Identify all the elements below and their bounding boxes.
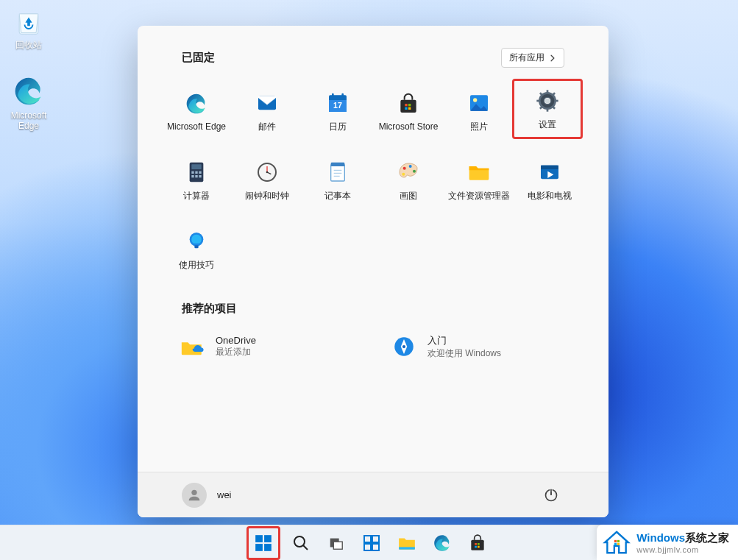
compass-icon bbox=[391, 333, 417, 360]
recommended-title: 推荐的项目 bbox=[182, 302, 237, 316]
start-menu: 已固定 所有应用 Microsoft Edge bbox=[138, 26, 609, 517]
pinned-grid: Microsoft Edge 邮件 bbox=[161, 81, 585, 280]
svg-rect-5 bbox=[341, 93, 344, 96]
all-apps-button[interactable]: 所有应用 bbox=[501, 48, 564, 68]
svg-rect-18 bbox=[536, 99, 540, 102]
edge-icon bbox=[11, 74, 46, 109]
recommended-item-sub: 欢迎使用 Windows bbox=[427, 347, 501, 360]
app-tile-edge[interactable]: Microsoft Edge bbox=[161, 81, 232, 141]
svg-point-62 bbox=[294, 536, 305, 547]
desktop-icon-edge[interactable]: Microsoft Edge bbox=[1, 74, 56, 131]
svg-rect-50 bbox=[194, 245, 198, 248]
clock-icon bbox=[254, 159, 280, 185]
app-tile-clock[interactable]: 闹钟和时钟 bbox=[232, 150, 302, 210]
svg-point-45 bbox=[413, 169, 416, 172]
store-icon bbox=[468, 534, 487, 553]
app-tile-settings[interactable]: 设置 bbox=[512, 79, 583, 139]
svg-rect-77 bbox=[617, 540, 620, 542]
calculator-icon bbox=[183, 159, 210, 185]
desktop-icon-recycle-bin[interactable]: 回收站 bbox=[1, 3, 56, 50]
recommended-item-sub: 最近添加 bbox=[216, 346, 256, 358]
photos-icon bbox=[466, 90, 492, 116]
taskbar-search-button[interactable] bbox=[286, 528, 316, 558]
app-tile-calendar[interactable]: 17 日历 bbox=[302, 81, 373, 141]
app-tile-file-explorer[interactable]: 文件资源管理器 bbox=[444, 150, 514, 210]
watermark-house-icon bbox=[603, 528, 631, 556]
svg-rect-61 bbox=[264, 544, 272, 551]
movies-icon bbox=[536, 159, 563, 185]
app-tile-label: 记事本 bbox=[324, 190, 351, 202]
mail-icon bbox=[254, 90, 280, 116]
avatar bbox=[182, 483, 207, 508]
svg-rect-29 bbox=[195, 171, 197, 173]
watermark-url: www.bjjmlv.com bbox=[636, 545, 729, 554]
svg-rect-10 bbox=[405, 107, 407, 110]
app-tile-photos[interactable]: 照片 bbox=[444, 81, 514, 141]
svg-rect-19 bbox=[554, 99, 558, 102]
pinned-header: 已固定 所有应用 bbox=[161, 48, 585, 68]
start-menu-body: 已固定 所有应用 Microsoft Edge bbox=[138, 26, 609, 472]
taskbar-file-explorer-button[interactable] bbox=[392, 528, 422, 558]
svg-rect-8 bbox=[405, 104, 407, 106]
svg-rect-17 bbox=[547, 107, 549, 111]
power-button[interactable] bbox=[538, 482, 564, 508]
svg-rect-7 bbox=[400, 100, 416, 113]
svg-rect-72 bbox=[475, 543, 477, 545]
recommended-item-get-started[interactable]: 入门 欢迎使用 Windows bbox=[388, 329, 570, 364]
app-tile-tips[interactable]: 使用技巧 bbox=[161, 219, 232, 280]
app-tile-label: 照片 bbox=[470, 121, 488, 133]
svg-rect-31 bbox=[191, 175, 194, 177]
notepad-icon bbox=[324, 159, 351, 185]
svg-rect-58 bbox=[255, 535, 263, 542]
svg-rect-39 bbox=[331, 162, 345, 166]
windows-logo-icon bbox=[254, 534, 273, 553]
app-tile-label: Microsoft Store bbox=[379, 121, 439, 132]
svg-point-44 bbox=[409, 165, 412, 168]
calendar-icon: 17 bbox=[324, 90, 351, 116]
taskbar-widgets-button[interactable] bbox=[357, 528, 386, 558]
app-tile-store[interactable]: Microsoft Store bbox=[373, 81, 444, 141]
app-tile-label: 使用技巧 bbox=[179, 259, 214, 272]
taskbar-store-button[interactable] bbox=[463, 528, 492, 558]
recommended-item-title: OneDrive bbox=[216, 335, 256, 346]
svg-point-25 bbox=[545, 98, 550, 103]
app-tile-notepad[interactable]: 记事本 bbox=[302, 150, 373, 210]
svg-rect-69 bbox=[372, 544, 379, 550]
edge-icon bbox=[433, 534, 452, 553]
svg-rect-74 bbox=[475, 545, 477, 547]
taskbar-start-button[interactable] bbox=[246, 526, 280, 560]
svg-point-13 bbox=[473, 98, 477, 102]
svg-rect-30 bbox=[199, 171, 201, 173]
svg-rect-59 bbox=[264, 535, 272, 542]
app-tile-mail[interactable]: 邮件 bbox=[232, 81, 302, 141]
taskbar-edge-button[interactable] bbox=[427, 528, 457, 558]
task-view-icon bbox=[328, 535, 344, 551]
person-icon bbox=[186, 487, 202, 503]
svg-point-53 bbox=[191, 489, 196, 495]
svg-rect-68 bbox=[364, 544, 371, 550]
watermark-title-b: 系统之家 bbox=[685, 531, 729, 544]
user-name: wei bbox=[217, 489, 232, 500]
svg-rect-38 bbox=[331, 164, 345, 181]
taskbar-task-view-button[interactable] bbox=[322, 528, 351, 558]
desktop-icon-label: 回收站 bbox=[15, 40, 42, 50]
user-account-button[interactable]: wei bbox=[182, 483, 232, 508]
tips-icon bbox=[183, 228, 210, 255]
svg-rect-4 bbox=[332, 93, 334, 96]
recommended-section: 推荐的项目 OneDrive 最近添加 bbox=[161, 302, 585, 364]
recycle-bin-icon bbox=[11, 3, 46, 38]
svg-rect-16 bbox=[547, 90, 549, 93]
recommended-item-onedrive[interactable]: OneDrive 最近添加 bbox=[176, 329, 358, 364]
app-tile-movies-tv[interactable]: 电影和电视 bbox=[514, 150, 585, 210]
svg-rect-73 bbox=[478, 543, 480, 545]
widgets-icon bbox=[363, 534, 380, 552]
svg-point-43 bbox=[403, 166, 406, 169]
recommended-text: 入门 欢迎使用 Windows bbox=[427, 334, 501, 360]
gear-icon bbox=[534, 88, 561, 114]
app-tile-paint[interactable]: 画图 bbox=[373, 150, 444, 210]
app-tile-calculator[interactable]: 计算器 bbox=[161, 150, 232, 210]
watermark-title-a: Windows bbox=[636, 531, 685, 544]
svg-rect-76 bbox=[614, 540, 617, 542]
chevron-right-icon bbox=[549, 54, 556, 62]
app-tile-label: 闹钟和时钟 bbox=[245, 190, 289, 202]
